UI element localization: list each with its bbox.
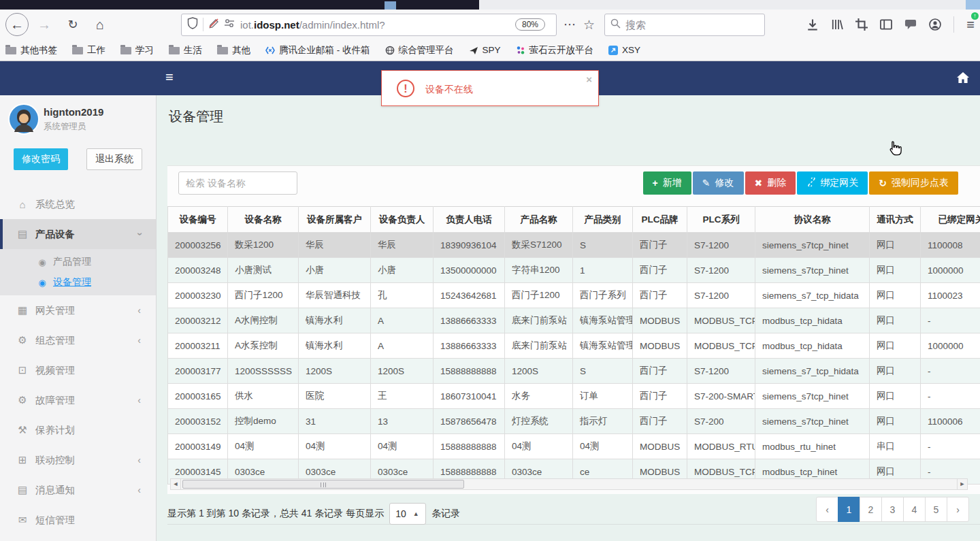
sidebar-subitem-label: 设备管理 [53, 276, 91, 289]
horizontal-scrollbar[interactable]: ◄ ► [170, 478, 968, 490]
table-cell: 西门子 [633, 283, 687, 308]
column-header: 负责人电话 [434, 207, 505, 233]
sidebar-item-短信管理[interactable]: ✉短信管理 [0, 505, 156, 535]
permissions-icon[interactable] [224, 18, 235, 31]
sidebar-item-label: 视频管理 [35, 364, 75, 377]
sidebar-subitem-产品管理[interactable]: ◉产品管理 [0, 252, 156, 272]
scroll-left-arrow[interactable]: ◄ [170, 478, 181, 490]
zoom-level-badge[interactable]: 80% [515, 18, 545, 31]
table-cell: 数采1200 [228, 233, 299, 258]
logout-button[interactable]: 退出系统 [86, 148, 142, 170]
browser-search-box[interactable] [604, 14, 765, 36]
bookmark-item[interactable]: 学习 [120, 44, 154, 56]
table-cell: 西门子 [633, 359, 687, 384]
chat-icon[interactable] [904, 18, 917, 31]
sidebar-toggle-icon[interactable] [880, 18, 892, 31]
table-cell: - [921, 434, 980, 459]
collapse-sidebar-icon[interactable]: ≡ [165, 69, 174, 85]
bookmark-item[interactable]: 综合管理平台 [385, 44, 454, 56]
sidebar-subitem-设备管理[interactable]: ◉设备管理 [0, 272, 156, 293]
pager-page-1[interactable]: 1 [838, 497, 860, 522]
table-row[interactable]: 200003211A水泵控制镇海水利A13886663333底来门前泵站镇海泵站… [168, 333, 980, 359]
library-icon[interactable] [831, 18, 843, 31]
bookmark-item[interactable]: SPY [469, 45, 501, 55]
page-size-select[interactable]: 10▲ [389, 503, 426, 525]
scroll-right-arrow[interactable]: ► [957, 478, 968, 490]
sidebar-item-消息通知[interactable]: ▤消息通知‹ [0, 475, 156, 505]
records-summary-suffix: 条记录 [431, 508, 460, 520]
app-home-icon[interactable] [956, 71, 970, 87]
sidebar-item-产品设备[interactable]: ▤产品设备‹ [0, 219, 156, 249]
table-cell: 网口 [870, 233, 921, 258]
browser-search-input[interactable] [625, 19, 748, 31]
pager-next[interactable]: › [947, 497, 969, 522]
sidebar-item-保养计划[interactable]: ⚒保养计划 [0, 415, 156, 445]
column-header: 已绑定网关 [921, 207, 980, 233]
url-text[interactable]: iot.idosp.net/admin/index.html? [240, 19, 515, 31]
table-cell: modbus_rtu_hinet [755, 434, 870, 459]
table-row[interactable]: 200003152控制demo311315878656478灯控系统指示灯西门子… [168, 409, 980, 434]
sidebar-item-视频管理[interactable]: ⊡视频管理 [0, 355, 156, 385]
pager-prev[interactable]: ‹ [816, 497, 838, 522]
sidebar-item-联动控制[interactable]: ⊞联动控制‹ [0, 445, 156, 475]
xsy-icon [608, 46, 618, 55]
table-row[interactable]: 200003248小唐测试小唐小唐13500000000字符串12001西门子S… [168, 258, 980, 283]
shield-icon[interactable] [187, 17, 198, 32]
back-button[interactable]: ← [5, 13, 29, 36]
pager-page-5[interactable]: 5 [925, 497, 947, 522]
alert-close-icon[interactable]: × [586, 73, 592, 85]
table-cell: S7-1200 [687, 233, 755, 258]
force-sync-button[interactable]: ↻强制同步点表 [869, 171, 958, 195]
app-menu-icon[interactable]: ≡↑ [966, 17, 975, 33]
table-cell: siemens_s7tcp_hinet [755, 233, 870, 258]
add-button[interactable]: +新增 [643, 171, 691, 195]
sidebar-item-组态管理[interactable]: ⚙组态管理‹ [0, 325, 156, 355]
screenshot-icon[interactable] [855, 18, 868, 31]
bookmark-item[interactable]: 生活 [169, 44, 202, 56]
scrollbar-thumb[interactable] [182, 480, 464, 489]
sidebar-item-故障管理[interactable]: ⚙故障管理‹ [0, 385, 156, 415]
table-cell: 1200S [299, 359, 371, 384]
url-bar[interactable]: iot.idosp.net/admin/index.html? 80% [181, 14, 557, 36]
blocked-pencil-icon[interactable] [208, 18, 220, 32]
account-icon[interactable] [929, 18, 941, 31]
downloads-icon[interactable] [806, 18, 819, 31]
pager-page-4[interactable]: 4 [903, 497, 926, 522]
main-area: 设备管理 +新增 ✎修改 ✖删除 绑定网关 ↻强制同步点表 [157, 95, 980, 541]
pager-page-3[interactable]: 3 [881, 497, 904, 522]
scrollbar-track[interactable] [181, 478, 957, 490]
table-row[interactable]: 200003212A水闸控制镇海水利A13886663333底来门前泵站镇海泵站… [168, 308, 980, 333]
table-cell: 西门子 [633, 384, 687, 409]
change-password-button[interactable]: 修改密码 [14, 148, 68, 170]
table-row[interactable]: 200003165供水医院王18607310041水务订单西门子S7-200-S… [168, 384, 980, 409]
browser-active-tab[interactable] [0, 0, 479, 10]
sidebar-item-系统总览[interactable]: ⌂系统总览 [0, 189, 156, 219]
browser-home-button[interactable]: ⌂ [90, 17, 110, 33]
page-actions-icon[interactable]: ⋯ [564, 17, 576, 32]
table-cell: 小唐测试 [228, 258, 299, 283]
reload-button[interactable]: ↻ [63, 17, 83, 32]
table-row[interactable]: 200003256数采1200华辰华辰18390936104数采S71200S西… [168, 233, 980, 258]
forward-button[interactable]: → [34, 17, 54, 33]
table-row[interactable]: 2000031771200SSSSSS1200S1200S15888888888… [168, 359, 980, 384]
bookmark-item[interactable]: 其他书签 [5, 44, 57, 56]
sidebar-item-网关管理[interactable]: ▦网关管理‹ [0, 295, 156, 325]
edit-button[interactable]: ✎修改 [693, 171, 744, 195]
bookmark-star-icon[interactable]: ☆ [583, 17, 595, 33]
bind-gateway-button[interactable]: 绑定网关 [797, 171, 868, 195]
table-cell: 1100006 [921, 409, 980, 434]
table-row[interactable]: 200003230西门子1200华辰智通科技孔15243642681西门子120… [168, 283, 980, 308]
device-search-input[interactable] [178, 171, 297, 195]
table-cell: A水闸控制 [228, 308, 299, 333]
table-cell: 13886663333 [434, 333, 505, 359]
delete-button[interactable]: ✖删除 [745, 171, 796, 195]
device-table-card: +新增 ✎修改 ✖删除 绑定网关 ↻强制同步点表 设备编号设备名称设备所属客户设… [167, 165, 980, 494]
table-row[interactable]: 20000314904测04测04测1588888888804测04测MODBU… [168, 434, 980, 459]
pager-page-2[interactable]: 2 [860, 497, 882, 522]
bookmark-item[interactable]: 其他 [217, 44, 250, 56]
bookmark-item[interactable]: 工作 [72, 44, 105, 56]
bookmark-item[interactable]: 腾讯企业邮箱 - 收件箱 [265, 44, 370, 56]
bookmark-item[interactable]: XSY [608, 45, 640, 55]
bookmark-item[interactable]: 萤石云开放平台 [516, 44, 594, 56]
table-cell: 华辰 [299, 233, 371, 258]
